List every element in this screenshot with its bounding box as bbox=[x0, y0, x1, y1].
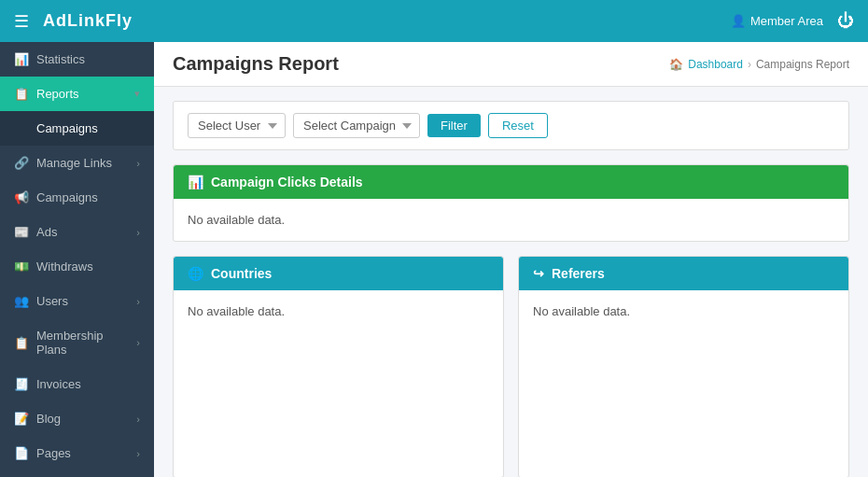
membership-chevron-icon: › bbox=[136, 337, 140, 348]
countries-card: 🌐 Countries No available data. bbox=[173, 256, 504, 477]
invoices-icon: 🧾 bbox=[14, 377, 29, 391]
sidebar-label-pages: Pages bbox=[36, 446, 71, 460]
reset-button[interactable]: Reset bbox=[488, 113, 548, 138]
ads-chevron-icon: › bbox=[136, 227, 140, 238]
sidebar-item-blog[interactable]: 📝 Blog › bbox=[0, 401, 154, 436]
users-icon: 👥 bbox=[14, 294, 29, 308]
sidebar-item-manage-links-inner: 🔗 Manage Links bbox=[14, 156, 112, 170]
breadcrumb: 🏠 Dashboard › Campaigns Report bbox=[669, 58, 849, 71]
sidebar-label-campaigns: Campaigns bbox=[36, 190, 98, 204]
referers-body: No available data. bbox=[519, 290, 848, 477]
users-chevron-icon: › bbox=[136, 296, 140, 307]
power-icon[interactable]: ⏻ bbox=[837, 11, 854, 31]
membership-icon: 📋 bbox=[14, 336, 29, 350]
sidebar-item-statistics[interactable]: 📊 Statistics bbox=[0, 42, 154, 77]
campaign-clicks-card: 📊 Campaign Clicks Details No available d… bbox=[173, 164, 849, 242]
countries-header: 🌐 Countries bbox=[174, 257, 503, 290]
pages-icon: 📄 bbox=[14, 446, 29, 460]
reports-chevron-icon: ▾ bbox=[134, 88, 140, 100]
sidebar-item-campaigns-inner: 📢 Campaigns bbox=[14, 190, 98, 204]
select-user[interactable]: Select User bbox=[188, 113, 286, 138]
campaign-clicks-icon: 📊 bbox=[188, 175, 203, 189]
manage-links-icon: 🔗 bbox=[14, 156, 29, 170]
sidebar-label-blog: Blog bbox=[36, 412, 61, 426]
sidebar-item-withdraws-inner: 💵 Withdraws bbox=[14, 260, 93, 274]
sidebar-item-blog-inner: 📝 Blog bbox=[14, 412, 61, 426]
page-header: Campaigns Report 🏠 Dashboard › Campaigns… bbox=[154, 42, 868, 87]
referers-card: ↪ Referers No available data. bbox=[518, 256, 849, 477]
campaign-clicks-body: No available data. bbox=[174, 199, 848, 241]
sidebar-item-invoices[interactable]: 🧾 Invoices bbox=[0, 367, 154, 401]
sidebar-item-users[interactable]: 👥 Users › bbox=[0, 284, 154, 318]
topbar: ☰ AdLinkFly 👤 Member Area ⏻ bbox=[0, 0, 868, 42]
withdraws-icon: 💵 bbox=[14, 260, 29, 274]
countries-no-data: No available data. bbox=[188, 304, 285, 318]
sidebar-label-reports: Reports bbox=[36, 87, 79, 101]
content-area: Select User Select Campaign Filter Reset… bbox=[154, 87, 868, 477]
main-content: Campaigns Report 🏠 Dashboard › Campaigns… bbox=[154, 42, 868, 477]
sidebar-label-statistics: Statistics bbox=[36, 52, 85, 66]
sidebar-item-inner: 📊 Statistics bbox=[14, 52, 85, 66]
breadcrumb-icon: 🏠 bbox=[669, 58, 683, 71]
topbar-left: ☰ AdLinkFly bbox=[14, 11, 133, 32]
referers-title: Referers bbox=[552, 266, 605, 281]
sidebar-item-ads[interactable]: 📰 Ads › bbox=[0, 215, 154, 249]
pages-chevron-icon: › bbox=[136, 448, 140, 459]
statistics-icon: 📊 bbox=[14, 52, 29, 66]
app-wrapper: 📊 Statistics 📋 Reports ▾ Campaigns 🔗 Man… bbox=[0, 42, 868, 477]
sidebar-item-invoices-inner: 🧾 Invoices bbox=[14, 377, 81, 391]
member-area-link[interactable]: 👤 Member Area bbox=[731, 14, 823, 28]
sidebar-label-campaigns-sub: Campaigns bbox=[36, 121, 98, 135]
sidebar-item-membership-plans[interactable]: 📋 Membership Plans › bbox=[0, 318, 154, 367]
countries-title: Countries bbox=[211, 266, 272, 281]
filter-row: Select User Select Campaign Filter Reset bbox=[173, 101, 849, 150]
filter-button[interactable]: Filter bbox=[427, 114, 481, 137]
campaign-clicks-title: Campaign Clicks Details bbox=[211, 175, 363, 189]
sidebar-item-campaigns[interactable]: 📢 Campaigns bbox=[0, 180, 154, 215]
referers-header: ↪ Referers bbox=[519, 257, 848, 290]
topbar-right: 👤 Member Area ⏻ bbox=[731, 11, 854, 31]
sidebar-item-membership-inner: 📋 Membership Plans bbox=[14, 329, 136, 357]
sidebar-label-invoices: Invoices bbox=[36, 377, 81, 391]
campaigns-icon: 📢 bbox=[14, 190, 29, 204]
sidebar-item-reports[interactable]: 📋 Reports ▾ bbox=[0, 77, 154, 111]
sidebar-label-users: Users bbox=[36, 294, 68, 308]
sidebar-item-reports-inner: 📋 Reports bbox=[14, 87, 79, 101]
member-area-label: Member Area bbox=[750, 14, 823, 28]
referers-icon: ↪ bbox=[533, 266, 544, 281]
manage-links-chevron-icon: › bbox=[136, 158, 140, 169]
countries-icon: 🌐 bbox=[188, 266, 203, 281]
blog-icon: 📝 bbox=[14, 412, 29, 426]
sidebar-item-users-inner: 👥 Users bbox=[14, 294, 68, 308]
sidebar-item-pages[interactable]: 📄 Pages › bbox=[0, 436, 154, 470]
blog-chevron-icon: › bbox=[136, 414, 140, 425]
breadcrumb-home[interactable]: Dashboard bbox=[688, 58, 743, 71]
reports-icon: 📋 bbox=[14, 87, 29, 101]
select-campaign[interactable]: Select Campaign bbox=[293, 113, 420, 138]
campaign-clicks-header: 📊 Campaign Clicks Details bbox=[174, 165, 848, 199]
sidebar-label-manage-links: Manage Links bbox=[36, 156, 112, 170]
sidebar-label-membership: Membership Plans bbox=[36, 329, 136, 357]
hamburger-icon[interactable]: ☰ bbox=[14, 11, 29, 32]
sidebar-item-testimonials[interactable]: 💬 Testimonials › bbox=[0, 470, 154, 477]
brand-title: AdLinkFly bbox=[43, 11, 133, 31]
sidebar-item-campaigns-sub-inner: Campaigns bbox=[14, 121, 98, 135]
two-col-section: 🌐 Countries No available data. ↪ Referer… bbox=[173, 256, 849, 477]
referers-no-data: No available data. bbox=[533, 304, 630, 318]
sidebar-item-manage-links[interactable]: 🔗 Manage Links › bbox=[0, 146, 154, 180]
sidebar-item-ads-inner: 📰 Ads bbox=[14, 225, 57, 239]
sidebar-item-campaigns-sub[interactable]: Campaigns bbox=[0, 111, 154, 146]
breadcrumb-current: Campaigns Report bbox=[756, 58, 849, 71]
ads-icon: 📰 bbox=[14, 225, 29, 239]
sidebar-item-withdraws[interactable]: 💵 Withdraws bbox=[0, 249, 154, 284]
breadcrumb-separator: › bbox=[748, 58, 751, 71]
countries-body: No available data. bbox=[174, 290, 503, 477]
campaign-clicks-no-data: No available data. bbox=[188, 213, 285, 227]
sidebar: 📊 Statistics 📋 Reports ▾ Campaigns 🔗 Man… bbox=[0, 42, 154, 477]
page-title: Campaigns Report bbox=[173, 53, 339, 75]
sidebar-item-pages-inner: 📄 Pages bbox=[14, 446, 71, 460]
sidebar-label-withdraws: Withdraws bbox=[36, 260, 93, 274]
sidebar-label-ads: Ads bbox=[36, 225, 57, 239]
member-icon: 👤 bbox=[731, 14, 746, 28]
